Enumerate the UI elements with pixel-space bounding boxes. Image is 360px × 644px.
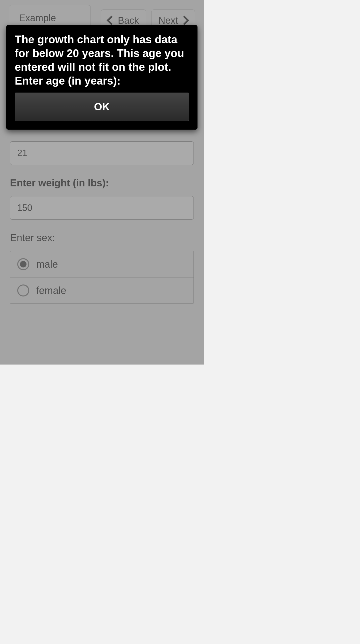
modal-overlay: The growth chart only has data for below…	[0, 0, 204, 365]
ok-button[interactable]: OK	[15, 93, 189, 121]
dialog-message: The growth chart only has data for below…	[15, 33, 189, 88]
alert-dialog: The growth chart only has data for below…	[6, 25, 198, 130]
